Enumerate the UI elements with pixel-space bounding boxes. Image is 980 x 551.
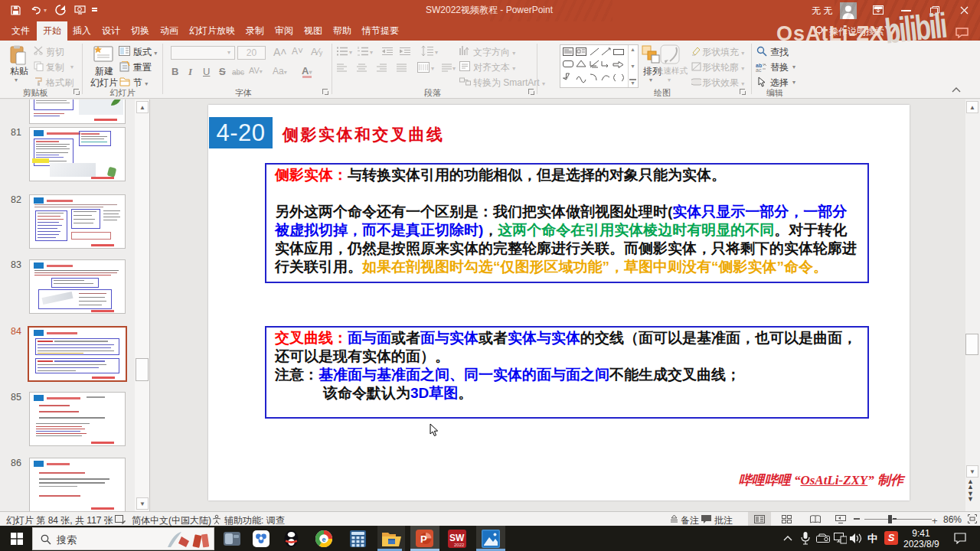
svg-text:ac: ac <box>756 67 762 72</box>
svg-text:P: P <box>420 533 427 545</box>
svg-text:2022: 2022 <box>454 543 465 547</box>
svg-text:SW: SW <box>449 533 465 543</box>
svg-text:e: e <box>322 536 325 543</box>
